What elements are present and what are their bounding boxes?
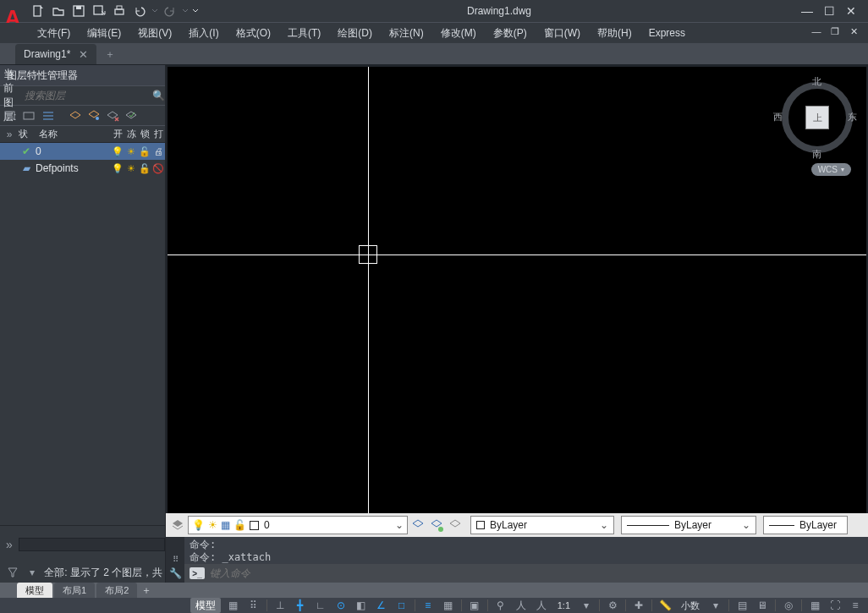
- close-icon[interactable]: ✕: [843, 3, 860, 19]
- mdi-minimize-icon[interactable]: —: [809, 25, 824, 38]
- undo-icon[interactable]: [130, 2, 149, 20]
- linetype-dropdown[interactable]: ByLayer ⌄: [621, 516, 756, 534]
- grid-icon[interactable]: ▦: [226, 598, 241, 613]
- viewcube-top-face[interactable]: 上: [805, 106, 829, 129]
- menu-format[interactable]: 格式(O): [228, 23, 279, 43]
- mdi-restore-icon[interactable]: ❐: [827, 25, 843, 38]
- ortho-icon[interactable]: ∟: [313, 598, 328, 613]
- isolate-objects-icon[interactable]: ◎: [781, 598, 796, 613]
- mdi-close-icon[interactable]: ✕: [846, 25, 861, 38]
- layer-isolate-icon[interactable]: [447, 517, 464, 534]
- layer-plot-icon[interactable]: 🖨: [151, 146, 165, 156]
- document-tab[interactable]: Drawing1* ✕: [15, 44, 96, 64]
- menu-parametric[interactable]: 参数(P): [485, 23, 536, 43]
- layer-match-icon[interactable]: [428, 517, 445, 534]
- search-icon[interactable]: 🔍: [152, 90, 165, 101]
- search-layer-input[interactable]: [21, 87, 152, 104]
- compass-west[interactable]: 西: [773, 111, 783, 123]
- layer-lock-icon[interactable]: 🔓: [138, 163, 151, 174]
- col-plot[interactable]: 打: [151, 128, 165, 140]
- layer-dropdown[interactable]: 💡 ☀ ▦ 🔓 0 ⌄: [188, 516, 408, 534]
- col-lock[interactable]: 锁: [138, 128, 151, 140]
- layer-previous-icon[interactable]: [409, 517, 426, 534]
- layer-on-icon[interactable]: 💡: [111, 163, 124, 174]
- quick-properties-icon[interactable]: ▤: [734, 598, 750, 613]
- menu-insert[interactable]: 插入(I): [180, 23, 227, 43]
- menu-dimension[interactable]: 标注(N): [381, 23, 432, 43]
- layer-row[interactable]: ✔ 0 💡 ☀ 🔓 🖨: [0, 143, 165, 160]
- scale-label[interactable]: 1:1: [554, 600, 574, 610]
- menu-view[interactable]: 视图(V): [129, 23, 180, 43]
- layer-states-icon[interactable]: [41, 108, 56, 123]
- lineweight-dropdown[interactable]: ByLayer: [763, 516, 848, 534]
- horizontal-scrollbar[interactable]: [19, 538, 165, 551]
- layout-tab-1[interactable]: 布局1: [54, 583, 95, 598]
- clean-screen-icon[interactable]: ⛶: [827, 598, 843, 613]
- layer-noplot-icon[interactable]: 🚫: [151, 163, 165, 174]
- command-history[interactable]: 命令: 命令: _xattach: [184, 537, 868, 564]
- new-layer-vp-icon[interactable]: [86, 108, 102, 123]
- lineweight-display-icon[interactable]: ≡: [420, 598, 436, 613]
- drawing-canvas[interactable]: 上 北 南 西 东 WCS▾: [168, 67, 866, 513]
- units-label[interactable]: 小数: [678, 599, 703, 612]
- chevron-down-icon[interactable]: ▾: [25, 565, 39, 580]
- expand-icon[interactable]: »: [0, 129, 19, 140]
- save-icon[interactable]: [69, 2, 88, 20]
- open-icon[interactable]: [49, 2, 68, 20]
- command-input[interactable]: [210, 567, 863, 579]
- menu-help[interactable]: 帮助(H): [589, 23, 640, 43]
- redo-dropdown-icon[interactable]: [181, 2, 190, 20]
- menu-draw[interactable]: 绘图(D): [329, 23, 381, 43]
- menu-tools[interactable]: 工具(T): [279, 23, 329, 43]
- compass-south[interactable]: 南: [812, 148, 821, 161]
- menu-express[interactable]: Express: [640, 23, 694, 43]
- layout-tab-2[interactable]: 布局2: [96, 583, 137, 598]
- view-cube[interactable]: 上 北 南 西 东: [773, 74, 858, 158]
- annotation-scale-icon[interactable]: ⚲: [493, 598, 508, 613]
- menu-edit[interactable]: 编辑(E): [79, 23, 129, 43]
- annotation-monitor-icon[interactable]: ✚: [631, 598, 646, 613]
- layer-freeze-icon[interactable]: ☀: [124, 146, 138, 157]
- command-settings-icon[interactable]: 🔧: [169, 567, 182, 579]
- selection-cycling-icon[interactable]: ▣: [467, 598, 482, 613]
- qat-dropdown-icon[interactable]: [191, 2, 200, 20]
- new-layer-icon[interactable]: [68, 108, 83, 123]
- col-on[interactable]: 开: [111, 128, 124, 140]
- dynamic-input-icon[interactable]: ╋: [293, 598, 308, 613]
- undo-dropdown-icon[interactable]: [151, 2, 159, 20]
- lock-ui-icon[interactable]: 🖥: [755, 598, 770, 613]
- units-dropdown-icon[interactable]: ▾: [708, 598, 723, 613]
- new-group-filter-icon[interactable]: [22, 108, 37, 123]
- object-snap-icon[interactable]: □: [394, 598, 409, 613]
- col-freeze[interactable]: 冻: [124, 128, 138, 140]
- hardware-acceleration-icon[interactable]: ▦: [807, 598, 822, 613]
- snap-mode-icon[interactable]: ⠿: [246, 598, 261, 613]
- object-snap-tracking-icon[interactable]: ∠: [374, 598, 389, 613]
- layout-tab-model[interactable]: 模型: [17, 583, 52, 598]
- minimize-icon[interactable]: —: [799, 3, 816, 19]
- redo-icon[interactable]: [161, 2, 179, 20]
- scale-dropdown-icon[interactable]: ▾: [579, 598, 594, 613]
- layer-on-icon[interactable]: 💡: [111, 146, 124, 157]
- layer-freeze-icon[interactable]: ☀: [124, 163, 138, 174]
- col-status[interactable]: 状: [19, 128, 37, 140]
- saveas-icon[interactable]: [90, 2, 108, 20]
- new-property-filter-icon[interactable]: [3, 108, 19, 123]
- collapse-icon[interactable]: »: [0, 538, 19, 551]
- units-icon[interactable]: 📏: [657, 598, 673, 613]
- new-tab-icon[interactable]: ＋: [100, 44, 120, 64]
- command-grip-icon[interactable]: ⠿: [173, 555, 179, 564]
- customization-icon[interactable]: ≡: [848, 598, 863, 613]
- layout-add-icon[interactable]: ＋: [139, 583, 154, 598]
- menu-window[interactable]: 窗口(W): [536, 23, 589, 43]
- layer-lock-icon[interactable]: 🔓: [138, 146, 151, 157]
- compass-north[interactable]: 北: [812, 75, 821, 88]
- tab-close-icon[interactable]: ✕: [79, 48, 88, 61]
- maximize-icon[interactable]: ☐: [821, 3, 838, 19]
- infer-constraints-icon[interactable]: ⊥: [272, 598, 288, 613]
- set-current-icon[interactable]: [124, 108, 139, 123]
- menu-file[interactable]: 文件(F): [29, 23, 79, 43]
- wcs-badge[interactable]: WCS▾: [811, 163, 851, 176]
- polar-tracking-icon[interactable]: ⊙: [333, 598, 349, 613]
- delete-layer-icon[interactable]: [105, 108, 120, 123]
